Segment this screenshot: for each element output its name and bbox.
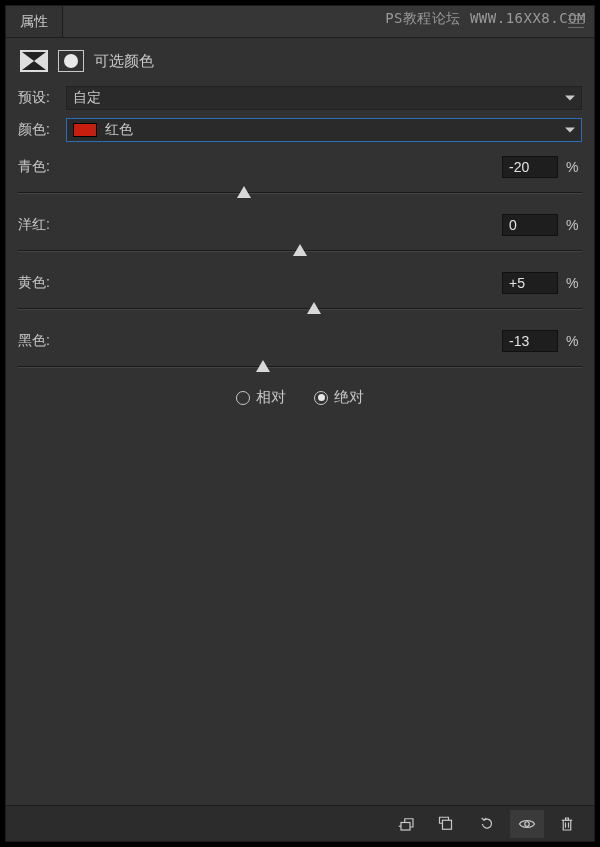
slider-label: 青色: xyxy=(18,158,502,176)
colors-row: 颜色: 红色 xyxy=(18,118,582,142)
method-radio[interactable]: 相对 xyxy=(236,388,286,407)
radio-label: 绝对 xyxy=(334,388,364,407)
radio-label: 相对 xyxy=(256,388,286,407)
slider-row: 青色:-20% xyxy=(18,156,582,206)
preset-label: 预设: xyxy=(18,89,60,107)
panel-footer xyxy=(6,805,594,841)
colors-dropdown[interactable]: 红色 xyxy=(66,118,582,142)
colors-value: 红色 xyxy=(105,121,133,139)
slider-row: 黄色:+5% xyxy=(18,272,582,322)
slider-label: 黑色: xyxy=(18,332,502,350)
chevron-down-icon xyxy=(565,96,575,101)
slider-row: 黑色:-13% xyxy=(18,330,582,380)
slider-track[interactable] xyxy=(18,298,582,322)
slider-value-input[interactable]: 0 xyxy=(502,214,558,236)
radio-icon xyxy=(314,391,328,405)
adjustment-type-row: 可选颜色 xyxy=(6,38,594,86)
slider-track[interactable] xyxy=(18,182,582,206)
color-swatch xyxy=(73,123,97,137)
slider-value-input[interactable]: -13 xyxy=(502,330,558,352)
layer-mask-icon[interactable] xyxy=(58,50,84,72)
svg-rect-1 xyxy=(443,820,452,829)
unit-label: % xyxy=(566,217,582,233)
svg-rect-0 xyxy=(401,822,410,830)
selective-color-icon[interactable] xyxy=(20,50,48,72)
slider-value-input[interactable]: +5 xyxy=(502,272,558,294)
tab-properties[interactable]: 属性 xyxy=(6,6,63,37)
slider-row: 洋红:0% xyxy=(18,214,582,264)
view-previous-state-button[interactable] xyxy=(430,810,464,838)
reset-button[interactable] xyxy=(470,810,504,838)
form-area: 预设: 自定 颜色: 红色 xyxy=(6,86,594,142)
slider-thumb[interactable] xyxy=(237,186,251,198)
properties-panel: PS教程论坛 WWW.16XX8.COM 属性 可选颜色 预设: 自定 颜色: … xyxy=(5,5,595,842)
slider-label: 黄色: xyxy=(18,274,502,292)
svg-point-2 xyxy=(525,821,530,826)
preset-row: 预设: 自定 xyxy=(18,86,582,110)
preset-value: 自定 xyxy=(73,89,101,107)
clip-to-layer-button[interactable] xyxy=(390,810,424,838)
method-radio[interactable]: 绝对 xyxy=(314,388,364,407)
toggle-visibility-button[interactable] xyxy=(510,810,544,838)
unit-label: % xyxy=(566,333,582,349)
slider-thumb[interactable] xyxy=(256,360,270,372)
slider-track[interactable] xyxy=(18,240,582,264)
watermark-text: PS教程论坛 WWW.16XX8.COM xyxy=(385,10,586,28)
sliders-container: 青色:-20%洋红:0%黄色:+5%黑色:-13% xyxy=(6,150,594,380)
unit-label: % xyxy=(566,159,582,175)
preset-dropdown[interactable]: 自定 xyxy=(66,86,582,110)
method-radio-group: 相对绝对 xyxy=(6,388,594,407)
adjustment-title: 可选颜色 xyxy=(94,52,154,71)
slider-label: 洋红: xyxy=(18,216,502,234)
slider-thumb[interactable] xyxy=(293,244,307,256)
unit-label: % xyxy=(566,275,582,291)
radio-icon xyxy=(236,391,250,405)
slider-value-input[interactable]: -20 xyxy=(502,156,558,178)
slider-track[interactable] xyxy=(18,356,582,380)
chevron-down-icon xyxy=(565,128,575,133)
slider-thumb[interactable] xyxy=(307,302,321,314)
colors-label: 颜色: xyxy=(18,121,60,139)
delete-button[interactable] xyxy=(550,810,584,838)
